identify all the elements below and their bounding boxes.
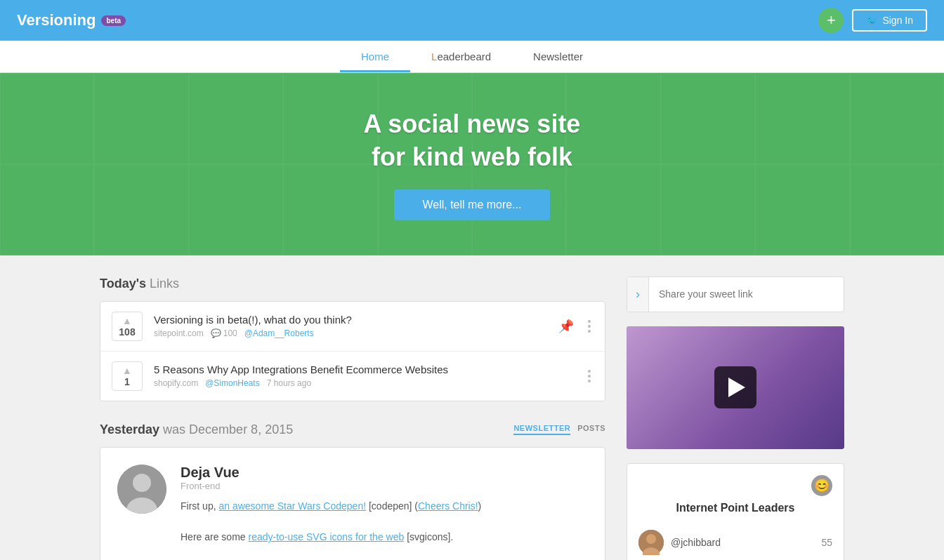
add-button[interactable]: + (818, 8, 844, 33)
link-content-1: Versioning is in beta(!), what do you th… (154, 314, 547, 338)
hero-bg-cell (850, 164, 944, 255)
dot (588, 330, 591, 333)
nav-item-leaderboard[interactable]: Leaderbeard (410, 41, 512, 72)
nav-label-home: Home (361, 51, 389, 62)
svg-point-1 (133, 474, 151, 492)
hero-bg-cell (0, 164, 94, 255)
vote-box-1[interactable]: ▲ 108 (112, 312, 143, 341)
newsletter-link-3[interactable]: ready-to-use SVG icons for the web (248, 531, 404, 542)
nav-item-home[interactable]: Home (340, 41, 410, 72)
link-author-2[interactable]: @SimonHeats (205, 378, 260, 388)
share-input[interactable] (649, 279, 844, 309)
svg-point-4 (646, 534, 656, 544)
hero-cta-label: Well, tell me more... (422, 199, 521, 211)
hero-bg-cell (755, 164, 849, 255)
link-meta-2: shopify.com @SimonHeats 7 hours ago (154, 378, 574, 388)
newsletter-link-2[interactable]: Cheers Chris! (418, 500, 478, 512)
upvote-arrow-icon: ▲ (122, 365, 132, 376)
link-title-2: 5 Reasons Why App Integrations Benefit E… (154, 364, 574, 375)
yesterday-date: was December 8, 2015 (163, 422, 293, 436)
yesterday-tabs: NEWSLETTER POSTS (513, 424, 605, 435)
hero-bg-cell (0, 73, 94, 164)
header-actions: + 🐦 Sign In (818, 8, 927, 33)
beta-badge: beta (101, 15, 126, 26)
left-column: Today's Links ▲ 108 Versioning is in bet… (100, 276, 605, 560)
dots-menu-1[interactable] (585, 317, 594, 335)
hero-title-line2: for kind web folk (372, 142, 572, 171)
newsletter-card: Deja Vue Front-end First up, an awesome … (100, 447, 605, 560)
newsletter-author-subtitle: Front-end (181, 481, 588, 491)
play-icon (728, 378, 745, 397)
yesterday-prefix: Yesterday (100, 422, 159, 436)
pin-icon: 📌 (558, 319, 574, 334)
main-nav: Home Leaderbeard Newsletter (0, 41, 944, 73)
newsletter-text: First up, an awesome Star Wars Codepen! … (181, 498, 588, 560)
dot (588, 320, 591, 323)
link-author-1[interactable]: @Adam__Roberts (244, 328, 314, 338)
leaders-section: 😊 Internet Point Leaders @jchibbard 55 (627, 463, 844, 560)
vote-box-2[interactable]: ▲ 1 (112, 361, 143, 391)
hero-bg-cell (566, 73, 660, 164)
newsletter-body: Deja Vue Front-end First up, an awesome … (181, 465, 588, 560)
share-arrow-icon: › (627, 277, 649, 312)
signin-label: Sign In (882, 15, 913, 26)
hero-bg-cell (94, 164, 188, 255)
avatar-svg (117, 465, 166, 514)
yesterday-header: Yesterday was December 8, 2015 NEWSLETTE… (100, 422, 605, 437)
hero-bg-cell (755, 73, 849, 164)
leaders-top: 😊 (638, 475, 832, 496)
logo-text: Versioning (17, 11, 96, 29)
hero-section: A social news site for kind web folk Wel… (0, 73, 944, 255)
leader-avatar-1 (638, 530, 664, 555)
leader-score-1: 55 (821, 537, 832, 548)
links-container: ▲ 108 Versioning is in beta(!), what do … (100, 301, 605, 401)
list-item: @jchibbard 55 (638, 524, 832, 560)
vote-count-1: 108 (119, 326, 135, 338)
tab-posts[interactable]: POSTS (577, 424, 605, 435)
leader-avatar-svg-1 (638, 530, 664, 555)
signin-button[interactable]: 🐦 Sign In (852, 9, 927, 32)
newsletter-link-1[interactable]: an awesome Star Wars Codepen! (218, 500, 366, 512)
tab-newsletter[interactable]: NEWSLETTER (513, 424, 570, 435)
nav-item-newsletter[interactable]: Newsletter (512, 41, 604, 72)
hero-cta-button[interactable]: Well, tell me more... (394, 189, 549, 220)
hero-bg-cell (283, 164, 377, 255)
todays-prefix: Today's (100, 276, 146, 291)
twitter-icon: 🐦 (866, 15, 878, 26)
hero-bg-cell (661, 164, 755, 255)
right-column: › 😊 Internet Point Leaders (627, 276, 844, 560)
table-row: ▲ 1 5 Reasons Why App Integrations Benef… (100, 352, 605, 401)
header: Versioning beta + 🐦 Sign In (0, 0, 944, 41)
video-container[interactable] (627, 326, 844, 449)
dot (588, 370, 591, 373)
link-title-1: Versioning is in beta(!), what do you th… (154, 314, 547, 326)
yesterday-title: Yesterday was December 8, 2015 (100, 422, 293, 437)
vote-count-2: 1 (124, 376, 130, 387)
play-button[interactable] (714, 366, 756, 408)
link-domain-2: shopify.com (154, 378, 198, 388)
crown-icon: 😊 (811, 475, 832, 496)
todays-links-header: Today's Links (100, 276, 605, 291)
hero-bg-cell (566, 164, 660, 255)
hero-title-line1: A social news site (364, 109, 581, 138)
link-content-2: 5 Reasons Why App Integrations Benefit E… (154, 364, 574, 388)
todays-links-suffix: Links (150, 276, 179, 291)
dot (588, 375, 591, 378)
logo: Versioning beta (17, 11, 126, 29)
share-box: › (627, 276, 844, 312)
comment-count-1: 100 (223, 328, 237, 338)
dots-menu-2[interactable] (585, 367, 594, 385)
dot (588, 325, 591, 328)
nav-label-eaderbeard: eaderbeard (437, 51, 491, 62)
avatar (117, 465, 166, 514)
leaders-title: Internet Point Leaders (638, 502, 832, 514)
hero-bg-cell (661, 73, 755, 164)
plus-icon: + (827, 11, 836, 29)
hero-bg-cell (189, 73, 283, 164)
main-content: Today's Links ▲ 108 Versioning is in bet… (86, 255, 858, 560)
link-time-2: 7 hours ago (267, 378, 311, 388)
table-row: ▲ 108 Versioning is in beta(!), what do … (100, 302, 605, 352)
hero-bg-cell (850, 73, 944, 164)
upvote-arrow-icon: ▲ (122, 315, 132, 326)
hero-bg-cell (189, 164, 283, 255)
